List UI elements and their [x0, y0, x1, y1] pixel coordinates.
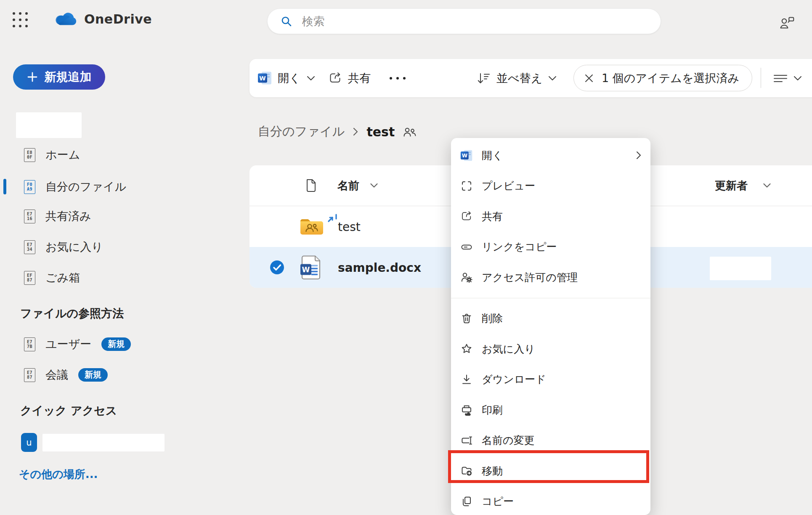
column-header-modified-by[interactable]: 更新者 [715, 178, 748, 193]
menu-item-label: 開く [482, 149, 503, 162]
add-new-label: 新規追加 [45, 69, 92, 85]
svg-text:W: W [259, 75, 265, 82]
active-nav-indicator [3, 179, 6, 194]
svg-text:W: W [302, 265, 310, 274]
search-icon [280, 15, 293, 28]
plus-icon [27, 72, 38, 82]
print-icon [460, 404, 473, 416]
menu-item-manage-access[interactable]: アクセス許可の管理 [451, 262, 650, 293]
favorites-icon: E734 [24, 240, 35, 254]
sidebar-item-shared[interactable]: E716 共有済み [24, 207, 91, 226]
add-new-button[interactable]: 新規追加 [13, 64, 105, 90]
breadcrumb-current[interactable]: test [366, 125, 395, 139]
sidebar-item-label: お気に入り [45, 239, 103, 255]
menu-item-label: 印刷 [482, 403, 503, 417]
context-menu: W 開く プレビュー 共有 [451, 138, 650, 515]
search-bar[interactable] [267, 8, 661, 34]
more-places-link[interactable]: その他の場所... [19, 467, 98, 482]
more-commands-button[interactable] [388, 59, 407, 97]
menu-item-rename[interactable]: 名前の変更 [451, 425, 650, 456]
sidebar-item-meetings[interactable]: E787 会議 新規 [24, 366, 108, 384]
clear-selection-icon[interactable] [584, 73, 594, 83]
my-files-icon: F0A9 [24, 180, 35, 194]
delete-icon [460, 313, 473, 324]
view-options-button[interactable] [773, 59, 802, 97]
sidebar-item-label: ユーザー [45, 337, 91, 352]
site-initial: u [26, 438, 32, 448]
app-launcher-icon[interactable] [11, 11, 29, 29]
share-label: 共有 [348, 71, 371, 86]
menu-item-favorite[interactable]: お気に入り [451, 334, 650, 364]
menu-item-preview[interactable]: プレビュー [451, 171, 650, 202]
command-bar: W 開く 共有 並べ替え [249, 59, 812, 97]
sidebar-item-label: 共有済み [45, 209, 91, 224]
selection-count-pill[interactable]: 1 個のアイテムを選択済み [573, 65, 752, 91]
list-view-icon [773, 72, 788, 85]
word-document-icon: W [298, 255, 323, 280]
open-button[interactable]: W 開く [257, 59, 316, 97]
meetings-icon: E787 [24, 368, 35, 382]
chevron-down-icon [306, 75, 316, 81]
quick-access-site-tile[interactable]: u [21, 433, 37, 452]
menu-item-label: コピー [482, 494, 514, 508]
menu-item-print[interactable]: 印刷 [451, 395, 650, 425]
people-icon: E77B [24, 337, 35, 351]
ellipsis-icon [388, 76, 407, 81]
chevron-down-icon [548, 75, 557, 81]
preview-icon [460, 180, 473, 192]
breadcrumb-parent[interactable]: 自分のファイル [258, 123, 345, 140]
sort-label: 並べ替え [496, 71, 542, 86]
menu-item-label: アクセス許可の管理 [482, 271, 578, 284]
menu-item-share[interactable]: 共有 [451, 201, 650, 232]
document-column-icon [305, 179, 317, 193]
share-button[interactable]: 共有 [329, 59, 371, 97]
sidebar-item-home[interactable]: E80F ホーム [24, 146, 80, 164]
menu-item-label: 移動 [482, 464, 503, 478]
open-label: 開く [278, 71, 301, 86]
menu-item-move[interactable]: 移動 [451, 456, 650, 486]
column-header-name[interactable]: 名前 [337, 178, 359, 193]
sidebar-item-label: 会議 [45, 367, 68, 382]
chevron-down-icon [370, 183, 378, 188]
move-to-folder-icon [460, 465, 473, 477]
chevron-down-icon [763, 183, 771, 188]
menu-item-label: お気に入り [482, 342, 535, 356]
toolbar-divider [761, 68, 761, 88]
menu-item-copy-link[interactable]: リンクをコピー [451, 232, 650, 263]
share-icon [460, 210, 473, 222]
search-input[interactable] [301, 14, 655, 28]
person-feedback-icon[interactable] [777, 13, 797, 33]
rename-icon [460, 435, 473, 446]
menu-item-copy[interactable]: コピー [451, 486, 650, 515]
menu-item-label: プレビュー [482, 179, 535, 193]
sort-button[interactable]: 並べ替え [477, 59, 557, 97]
manage-access-icon [460, 271, 473, 283]
quick-access-heading: クイック アクセス [20, 403, 117, 418]
breadcrumb: 自分のファイル test [258, 122, 417, 141]
submenu-chevron-icon [635, 151, 642, 160]
selected-check-icon[interactable] [270, 260, 284, 275]
menu-item-open[interactable]: W 開く [451, 140, 650, 171]
redacted-account-area [16, 112, 82, 138]
file-name[interactable]: sample.docx [338, 260, 421, 274]
download-icon [460, 374, 473, 385]
sidebar-item-recycle-bin[interactable]: EF87 ごみ箱 [24, 268, 80, 287]
word-icon: W [460, 149, 473, 162]
shared-folder-icon [300, 218, 324, 236]
sidebar-item-favorites[interactable]: E734 お気に入り [24, 238, 103, 256]
menu-divider [451, 298, 650, 298]
copy-icon [460, 496, 473, 507]
file-name[interactable]: test [338, 220, 361, 234]
shared-icon: E716 [24, 210, 35, 223]
chevron-right-icon [352, 127, 359, 137]
menu-item-download[interactable]: ダウンロード [451, 364, 650, 395]
selection-count-label: 1 個のアイテムを選択済み [602, 71, 739, 86]
chevron-down-icon [793, 75, 802, 81]
recycle-bin-icon: EF87 [24, 271, 35, 285]
redacted-site-name [42, 434, 165, 451]
menu-item-delete[interactable]: 削除 [451, 303, 650, 334]
home-icon: E80F [24, 148, 35, 162]
sidebar-item-people[interactable]: E77B ユーザー 新規 [24, 335, 131, 353]
menu-item-label: 名前の変更 [482, 433, 535, 447]
sidebar-item-my-files[interactable]: F0A9 自分のファイル [24, 178, 126, 196]
